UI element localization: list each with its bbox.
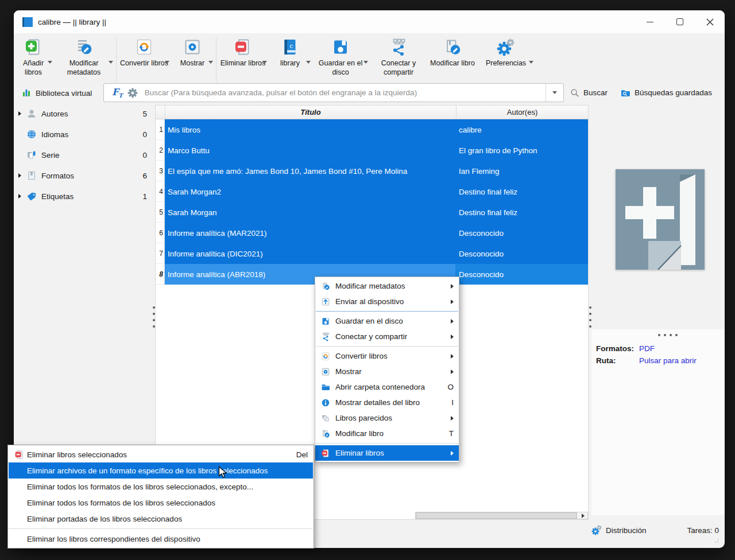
table-row[interactable]: 2 Marco Buttu El gran libro de Python [156,140,588,161]
table-row[interactable]: 5 Sarah Morgan Destino final feliz [156,202,588,223]
resize-grip[interactable] [714,538,720,543]
cell-title[interactable]: El espía que me amó: James Bond 10, Jame… [165,161,455,181]
convert-books-icon [135,38,153,56]
toolbar-button-save-to-disk[interactable]: Guardar en el disco [314,37,368,77]
sidebar-item-authors[interactable]: Autores 5 [14,103,152,124]
dropdown-arrow-icon[interactable] [363,61,368,64]
cell-title[interactable]: Marco Buttu [165,140,455,161]
minimize-button[interactable] [635,10,665,33]
cell-title[interactable]: Sarah Morgan2 [165,181,455,202]
remove-books-icon [234,38,252,56]
scrollbar-thumb[interactable] [416,512,577,519]
search-button[interactable]: Buscar [570,84,608,102]
toolbar-button-remove-books[interactable]: Eliminar libros [219,37,266,68]
fulltext-search-icon[interactable]: FT [112,87,123,99]
save-disk-icon [321,317,330,326]
submenu-arrow-icon [451,284,454,289]
toolbar-button-connect-share[interactable]: Conectar y compartir [371,37,426,77]
menu-item-save-to-disk[interactable]: Guardar en el disco [315,313,459,329]
sidebar-item-languages[interactable]: Idiomas 0 [14,124,152,145]
horizontal-scrollbar[interactable] [415,512,588,519]
dropdown-arrow-icon[interactable] [109,61,113,64]
saved-searches-button[interactable]: Búsquedas guardadas [620,84,712,102]
cell-author[interactable]: Desconocido [455,264,588,285]
dropdown-arrow-icon[interactable] [306,61,311,64]
book-cover-placeholder[interactable] [616,169,705,270]
expander[interactable] [18,194,25,199]
close-button[interactable] [695,10,725,33]
toolbar-button-convert-books[interactable]: Convertir libros [119,37,169,68]
toolbar-label: Conectar y compartir [371,59,426,77]
maximize-button[interactable] [665,10,695,33]
column-header-title[interactable]: Título [165,106,457,119]
table-row[interactable]: 6 Informe analítica (MAR2021) Desconocid… [156,223,588,243]
cell-author[interactable]: Destino final feliz [455,181,588,202]
cell-title[interactable]: Sarah Morgan [165,202,455,223]
search-options-gear-icon[interactable] [127,88,138,98]
menu-item-show-book-details[interactable]: Mostrar detalles del libro I [315,395,459,410]
toolbar-button-add-books[interactable]: Añadir libros [15,37,52,77]
cell-title[interactable]: Mis libros [165,119,455,140]
scrollbar-right-arrow[interactable] [578,512,587,519]
table-row[interactable]: 7 Informe analítica (DIC2021) Desconocid… [156,243,588,264]
submenu-arrow-icon [451,300,454,304]
menu-item-send-to-device[interactable]: Enviar al dispositivo [315,294,459,309]
dropdown-arrow-icon[interactable] [262,61,267,64]
toolbar-button-preferences[interactable]: Preferencias [479,37,533,68]
cell-title[interactable]: Informe analítica (DIC2021) [165,243,455,264]
submenu-item-remove-format-files[interactable]: Eliminar archivos de un formato específi… [9,462,313,479]
cell-author[interactable]: Destino final feliz [455,202,588,223]
virtual-library-button[interactable]: Biblioteca virtual [22,84,92,102]
path-open-link[interactable]: Pulsar para abrir [639,356,697,365]
search-history-dropdown[interactable] [546,84,563,102]
table-row[interactable]: 4 Sarah Morgan2 Destino final feliz [156,181,588,202]
sidebar-item-count: 1 [142,192,152,201]
book-details-splitter-handle[interactable] [588,306,593,328]
submenu-arrow-icon [451,319,454,324]
toolbar-button-library[interactable]: library [270,37,310,68]
distribution-gear-icon [591,525,602,535]
submenu-item-remove-all-formats-except[interactable]: Eliminar todos los formatos de los libro… [9,479,313,495]
submenu-item-remove-all-formats[interactable]: Eliminar todos los formatos de los libro… [9,495,313,511]
submenu-item-remove-covers[interactable]: Eliminar portadas de los libros seleccio… [9,511,313,527]
toolbar-button-edit-metadata[interactable]: Modificar metadatos [55,37,113,77]
table-row[interactable]: 3 El espía que me amó: James Bond 10, Ja… [156,161,588,181]
cell-author[interactable]: Desconocido [455,243,588,264]
toolbar-button-view[interactable]: Mostrar [172,37,212,68]
menu-item-open-containing-folder[interactable]: Abrir carpeta contenedora O [315,379,459,395]
submenu-item-remove-matching-from-device[interactable]: Eliminar los libros correspondientes del… [9,531,313,547]
sidebar-item-tags[interactable]: Etiquetas 1 [14,186,152,207]
menu-item-remove-books[interactable]: Eliminar libros [315,445,459,461]
column-header-authors[interactable]: Autor(es) [457,106,588,119]
sidebar-item-series[interactable]: Serie 0 [14,145,152,165]
cell-author[interactable]: Desconocido [455,223,588,243]
edit-metadata-icon [75,38,93,56]
details-splitter-handle[interactable] [658,334,678,336]
menu-item-edit-metadata[interactable]: Modificar metadatos [315,278,459,294]
expander[interactable] [18,111,25,116]
menu-item-edit-book[interactable]: Modificar libro T [315,426,459,441]
dropdown-arrow-icon[interactable] [165,61,169,64]
toolbar-button-edit-book[interactable]: Modificar libro [430,37,475,68]
expander[interactable] [18,173,25,178]
table-row[interactable]: 1 Mis libros calibre [156,119,588,140]
menu-item-view[interactable]: Mostrar [315,364,459,379]
dropdown-arrow-icon[interactable] [208,61,213,64]
jobs-indicator[interactable]: Tareas: 0 [687,526,721,535]
virtual-library-icon [22,88,31,98]
format-pdf-link[interactable]: PDF [639,344,655,353]
menu-item-convert-books[interactable]: Convertir libros [315,348,459,364]
cell-author[interactable]: calibre [455,119,588,140]
cell-author[interactable]: Ian Fleming [455,161,588,181]
path-label: Ruta: [596,356,639,365]
cell-author[interactable]: El gran libro de Python [455,140,588,161]
dropdown-arrow-icon[interactable] [529,61,533,64]
distribution-button[interactable]: Distribución [591,525,647,535]
search-input[interactable]: FT Buscar (Para búsqueda avanzada, pulsa… [103,83,564,102]
submenu-item-remove-selected[interactable]: Eliminar libros seleccionados Del [9,446,313,462]
cell-title[interactable]: Informe analítica (MAR2021) [165,223,455,243]
sidebar-item-formats[interactable]: Formatos 6 [14,165,152,186]
menu-item-similar-books[interactable]: Libros parecidos [315,410,459,426]
dropdown-arrow-icon[interactable] [48,61,52,64]
menu-item-connect-share[interactable]: Conectar y compartir [315,329,459,344]
